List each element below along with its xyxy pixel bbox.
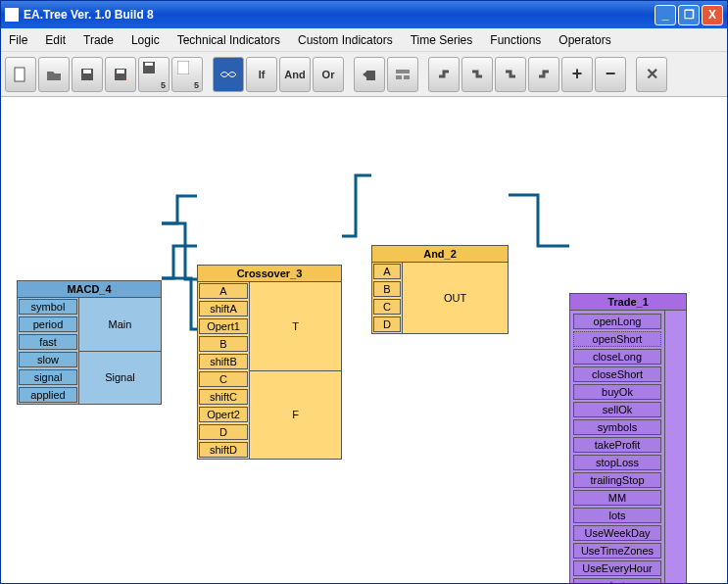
port-symbols[interactable]: symbols — [573, 419, 661, 435]
port-opert1[interactable]: Opert1 — [199, 318, 248, 334]
port-usetimezones[interactable]: UseTimeZones — [573, 543, 661, 559]
port-openlong[interactable]: openLong — [573, 314, 661, 329]
output-t[interactable]: T — [250, 282, 341, 370]
menu-logic[interactable]: Logic — [131, 33, 160, 47]
if-button[interactable]: If — [246, 57, 277, 92]
toolbar: 5 5 If And Or + − ✕ — [1, 52, 727, 97]
window-title: EA.Tree Ver. 1.0 Build 8 — [24, 8, 154, 22]
zoom-in-icon[interactable]: + — [561, 57, 593, 92]
node-title: Crossover_3 — [198, 266, 341, 282]
minimize-button[interactable]: _ — [655, 5, 676, 25]
port-shiftd[interactable]: shiftD — [199, 442, 248, 458]
port-c[interactable]: C — [199, 371, 248, 387]
zoom-out-icon[interactable]: − — [595, 57, 626, 92]
node-title: And_2 — [372, 246, 508, 263]
port-takeprofit[interactable]: takeProfit — [573, 437, 661, 453]
delete-icon[interactable]: ✕ — [636, 57, 667, 92]
port-mm[interactable]: MM — [573, 490, 661, 506]
output-out[interactable]: OUT — [403, 263, 508, 333]
output-signal[interactable]: Signal — [79, 351, 161, 405]
svg-rect-8 — [366, 71, 375, 80]
svg-rect-11 — [404, 75, 410, 79]
menu-edit[interactable]: Edit — [45, 33, 66, 47]
save-5-icon[interactable]: 5 — [138, 57, 170, 92]
port-signal[interactable]: signal — [19, 369, 77, 385]
port-sellok[interactable]: sellOk — [573, 402, 661, 417]
port-trailingstop[interactable]: trailingStop — [573, 472, 661, 488]
port-useeveryhour[interactable]: UseEveryHour — [573, 560, 661, 576]
new-file-icon[interactable] — [5, 57, 36, 92]
port-d[interactable]: D — [199, 424, 248, 440]
svg-rect-9 — [396, 70, 410, 73]
node-macd[interactable]: MACD_4 symbol period fast slow signal ap… — [17, 280, 162, 405]
diagram-canvas[interactable]: MACD_4 symbol period fast slow signal ap… — [1, 97, 727, 583]
and-button[interactable]: And — [279, 57, 311, 92]
titlebar[interactable]: EA.Tree Ver. 1.0 Build 8 _ ❐ X — [1, 1, 727, 28]
port-a[interactable]: A — [199, 283, 248, 299]
port-fast[interactable]: fast — [19, 334, 77, 350]
layout-icon[interactable] — [387, 57, 418, 92]
port-a[interactable]: A — [373, 264, 401, 279]
node-title: Trade_1 — [570, 294, 686, 311]
menu-functions[interactable]: Functions — [490, 33, 541, 47]
shape-1-icon[interactable] — [428, 57, 460, 92]
menubar: File Edit Trade Logic Technical Indicato… — [1, 28, 727, 52]
shape-2-icon[interactable] — [461, 57, 493, 92]
menu-file[interactable]: File — [9, 33, 27, 47]
port-shiftb[interactable]: shiftB — [199, 354, 248, 369]
shape-4-icon[interactable] — [528, 57, 559, 92]
or-button[interactable]: Or — [313, 57, 344, 92]
port-useweekday[interactable]: UseWeekDay — [573, 525, 661, 541]
port-period[interactable]: period — [19, 316, 77, 332]
export-icon[interactable] — [354, 57, 385, 92]
app-window: EA.Tree Ver. 1.0 Build 8 _ ❐ X File Edit… — [0, 0, 728, 584]
port-shifta[interactable]: shiftA — [199, 301, 248, 316]
menu-technical-indicators[interactable]: Technical Indicators — [177, 33, 280, 47]
open-file-icon[interactable] — [38, 57, 70, 92]
port-lots[interactable]: lots — [573, 508, 661, 523]
maximize-button[interactable]: ❐ — [678, 5, 700, 25]
menu-operators[interactable]: Operators — [558, 33, 610, 47]
port-b[interactable]: B — [373, 281, 401, 297]
node-trade[interactable]: Trade_1 openLong openShort closeLong clo… — [569, 293, 687, 583]
save-icon[interactable] — [72, 57, 103, 92]
output-main[interactable]: Main — [79, 298, 161, 351]
port-opert2[interactable]: Opert2 — [199, 407, 248, 422]
svg-rect-7 — [177, 61, 189, 74]
svg-rect-10 — [396, 75, 402, 79]
output-f[interactable]: F — [250, 370, 341, 460]
port-b[interactable]: B — [199, 336, 248, 352]
shape-3-icon[interactable] — [495, 57, 526, 92]
menu-custom-indicators[interactable]: Custom Indicators — [298, 33, 393, 47]
menu-time-series[interactable]: Time Series — [411, 33, 473, 47]
port-symbol[interactable]: symbol — [19, 299, 77, 315]
port-shiftc[interactable]: shiftC — [199, 389, 248, 405]
svg-rect-4 — [117, 70, 124, 73]
svg-rect-6 — [145, 63, 153, 66]
save-as-icon[interactable] — [105, 57, 136, 92]
port-slow[interactable]: slow — [19, 352, 77, 367]
port-d[interactable]: D — [373, 316, 401, 332]
port-closelong[interactable]: closeLong — [573, 349, 661, 365]
port-c[interactable]: C — [373, 299, 401, 315]
svg-rect-0 — [15, 68, 24, 81]
port-openshort[interactable]: openShort — [573, 331, 661, 347]
port-alerts[interactable]: alerts — [573, 578, 661, 583]
node-crossover[interactable]: Crossover_3 A shiftA Opert1 B shiftB C s… — [197, 265, 342, 460]
port-closeshort[interactable]: closeShort — [573, 366, 661, 382]
svg-rect-2 — [83, 70, 91, 73]
port-stoploss[interactable]: stopLoss — [573, 455, 661, 470]
doc-5-icon[interactable]: 5 — [171, 57, 203, 92]
menu-trade[interactable]: Trade — [83, 33, 114, 47]
port-applied[interactable]: applied — [19, 387, 77, 403]
node-title: MACD_4 — [18, 281, 161, 298]
app-icon — [5, 8, 19, 22]
world-icon[interactable] — [213, 57, 244, 92]
close-button[interactable]: X — [702, 5, 723, 25]
port-buyok[interactable]: buyOk — [573, 384, 661, 400]
node-and2[interactable]: And_2 A B C D OUT — [371, 245, 509, 334]
